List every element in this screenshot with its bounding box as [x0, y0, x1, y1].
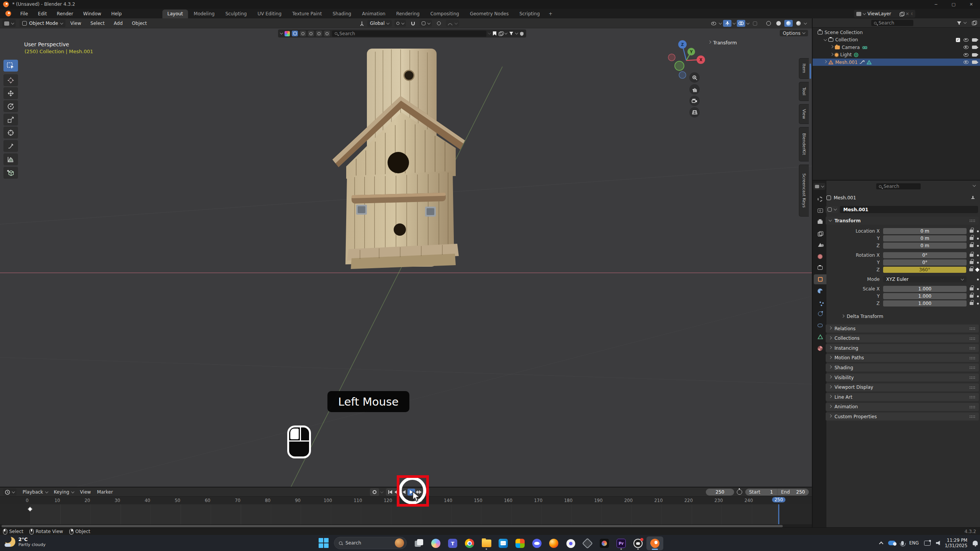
- properties-tab-collection[interactable]: [814, 263, 826, 273]
- frame-tick-60[interactable]: 60: [205, 498, 211, 503]
- taskbar-app-file-explorer[interactable]: [478, 536, 495, 550]
- lock-icon[interactable]: [970, 237, 973, 240]
- panel-grip-icon[interactable]: [969, 357, 975, 359]
- animate-dot-icon[interactable]: [977, 279, 979, 280]
- filter-funnel-icon[interactable]: [509, 31, 514, 36]
- asset-type-model-button[interactable]: [292, 31, 298, 36]
- shading-solid-button[interactable]: [774, 20, 783, 27]
- animate-dot-icon[interactable]: [977, 295, 979, 297]
- remove-viewlayer-icon[interactable]: ✕: [906, 11, 909, 16]
- frame-tick-180[interactable]: 180: [564, 498, 573, 503]
- workspace-tab-animation[interactable]: Animation: [357, 10, 390, 18]
- measure-tool[interactable]: [3, 153, 18, 165]
- editor-divider[interactable]: [812, 18, 813, 527]
- workspace-tab-scripting[interactable]: Scripting: [514, 10, 545, 18]
- sidebar-tab-blenderkit[interactable]: BlenderKit: [799, 127, 809, 161]
- panel-custom-properties[interactable]: Custom Properties: [826, 412, 979, 421]
- properties-tab-output[interactable]: [814, 217, 826, 227]
- annotate-tool[interactable]: [3, 140, 18, 152]
- blender-menu-icon[interactable]: [5, 11, 11, 16]
- taskbar-app-copilot[interactable]: [427, 536, 444, 550]
- language-indicator[interactable]: ENG: [909, 540, 919, 546]
- start-button[interactable]: [319, 538, 329, 548]
- hide-in-viewport-icon[interactable]: [964, 53, 969, 57]
- viewlayer-selector[interactable]: ViewLayer ✕: [854, 10, 911, 18]
- frame-tick-110[interactable]: 110: [354, 498, 362, 503]
- new-viewlayer-icon[interactable]: [900, 12, 904, 16]
- new-collection-icon[interactable]: [972, 21, 976, 25]
- field-value[interactable]: 0 m: [883, 235, 967, 241]
- microphone-icon[interactable]: [901, 541, 904, 545]
- viewport-menu-object[interactable]: Object: [131, 21, 148, 26]
- sidebar-tab-screencast-keys[interactable]: Screencast Keys: [799, 165, 809, 217]
- lock-icon[interactable]: [970, 261, 973, 264]
- panel-relations[interactable]: Relations: [826, 324, 979, 333]
- gizmos-toggle[interactable]: [723, 20, 731, 27]
- options-button[interactable]: Options: [780, 30, 808, 36]
- viewport-menu-select[interactable]: Select: [89, 21, 106, 26]
- current-frame-field[interactable]: 250: [706, 489, 734, 496]
- viewport-menu-view[interactable]: View: [69, 21, 82, 26]
- collection-checkbox[interactable]: ✓: [956, 38, 960, 42]
- frame-tick-0[interactable]: 0: [26, 498, 28, 503]
- field-value[interactable]: 1.000: [883, 300, 967, 306]
- select-box-tool[interactable]: [3, 60, 18, 72]
- frame-tick-40[interactable]: 40: [145, 498, 151, 503]
- properties-tab-object[interactable]: [814, 274, 826, 284]
- close-button[interactable]: ✕: [962, 0, 980, 9]
- add-cube-tool[interactable]: [3, 167, 18, 179]
- transform-panel-header[interactable]: Transform: [826, 217, 979, 225]
- frame-tick-50[interactable]: 50: [175, 498, 180, 503]
- menu-edit[interactable]: Edit: [34, 10, 51, 18]
- frame-tick-160[interactable]: 160: [504, 498, 512, 503]
- frame-tick-240[interactable]: 240: [744, 498, 753, 503]
- taskbar-app-chrome[interactable]: [461, 536, 478, 550]
- animate-dot-icon[interactable]: [977, 230, 979, 232]
- auto-keying-toggle[interactable]: [370, 488, 379, 496]
- snap-toggle[interactable]: [409, 20, 417, 27]
- viewport-menu-add[interactable]: Add: [113, 21, 124, 26]
- workspace-tab-compositing[interactable]: Compositing: [425, 10, 464, 18]
- properties-tab-scene[interactable]: [814, 240, 826, 250]
- animate-dot-icon[interactable]: [977, 288, 979, 290]
- move-tool[interactable]: [3, 87, 18, 99]
- proportional-falloff-button[interactable]: [446, 20, 459, 27]
- asset-type-material-button[interactable]: [300, 31, 306, 36]
- panel-grip-icon[interactable]: [969, 337, 975, 340]
- expand-icon[interactable]: [824, 60, 827, 63]
- taskbar-app-obs[interactable]: [630, 536, 646, 550]
- expand-icon[interactable]: [830, 52, 833, 55]
- properties-tab-material[interactable]: [814, 343, 826, 353]
- workspace-tab-layout[interactable]: Layout: [162, 10, 188, 18]
- maximize-button[interactable]: ▢: [945, 0, 962, 9]
- taskbar-app-task-view[interactable]: [411, 536, 427, 550]
- animate-dot-icon[interactable]: [977, 238, 979, 240]
- panel-grip-icon[interactable]: [969, 406, 975, 408]
- menu-window[interactable]: Window: [79, 10, 105, 18]
- frame-tick-210[interactable]: 210: [654, 498, 663, 503]
- orthographic-toggle-button[interactable]: [689, 107, 700, 117]
- outliner-search-input[interactable]: Search: [871, 20, 913, 26]
- panel-grip-icon[interactable]: [969, 376, 975, 379]
- network-icon[interactable]: [924, 541, 931, 546]
- menu-file[interactable]: File: [16, 10, 32, 18]
- delta-transform-header[interactable]: Delta Transform: [842, 314, 883, 319]
- disable-in-renders-icon[interactable]: [972, 53, 977, 57]
- hide-in-viewport-icon[interactable]: [964, 46, 969, 49]
- taskbar-app-photos[interactable]: [512, 536, 528, 550]
- frame-tick-10[interactable]: 10: [54, 498, 60, 503]
- timeline-editor-type-button[interactable]: [3, 489, 16, 496]
- disable-in-renders-icon[interactable]: [972, 46, 977, 49]
- taskbar-app-loom[interactable]: [562, 536, 579, 550]
- end-frame-field[interactable]: End250: [777, 489, 809, 496]
- timeline-menu-playback[interactable]: Playback: [23, 489, 48, 495]
- panel-grip-icon[interactable]: [969, 386, 975, 389]
- birdhouse-model[interactable]: [329, 44, 467, 274]
- taskbar-app-teams[interactable]: T: [444, 536, 461, 550]
- panel-collections[interactable]: Collections: [826, 334, 979, 342]
- lock-icon[interactable]: [970, 254, 973, 257]
- panel-motion-paths[interactable]: Motion Paths: [826, 354, 979, 362]
- field-value[interactable]: 0 m: [883, 228, 967, 234]
- add-workspace-button[interactable]: +: [546, 10, 556, 18]
- frame-tick-120[interactable]: 120: [384, 498, 392, 503]
